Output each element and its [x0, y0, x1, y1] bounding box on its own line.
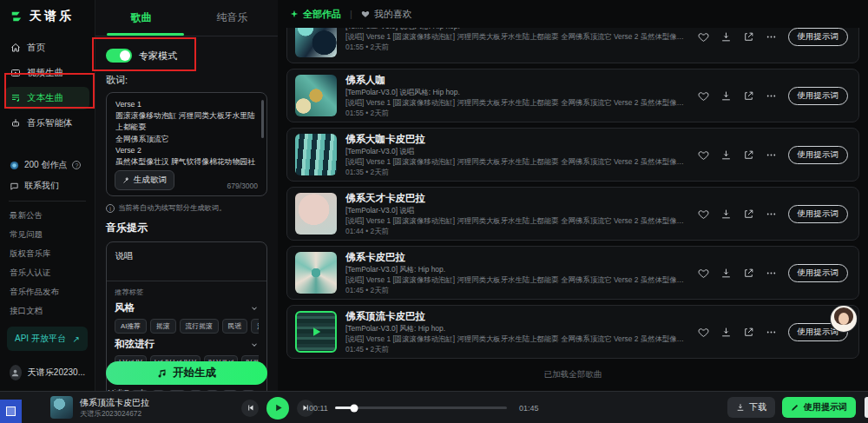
like-icon[interactable]: [698, 268, 709, 279]
like-icon[interactable]: [698, 327, 709, 338]
download-button[interactable]: 下载: [727, 397, 775, 418]
more-icon[interactable]: [766, 327, 777, 338]
share-icon[interactable]: [743, 90, 754, 102]
credits-label: 200 创作点: [24, 159, 67, 171]
contact-us[interactable]: 联系我们: [0, 175, 95, 196]
music-prompt-title: 音乐提示: [106, 221, 267, 235]
download-icon[interactable]: [720, 268, 732, 279]
song-thumbnail-playing[interactable]: [295, 311, 337, 353]
prompt-input[interactable]: 说唱: [107, 242, 266, 281]
like-icon[interactable]: [698, 208, 709, 220]
share-icon[interactable]: [743, 31, 754, 43]
now-playing[interactable]: 佛系顶流卡皮巴拉 天谱乐2023024672: [50, 396, 149, 419]
song-title: 佛系卡皮巴拉: [345, 251, 689, 264]
song-thumbnail[interactable]: [295, 193, 337, 235]
use-prompt-button[interactable]: 使用提示词: [788, 205, 849, 223]
more-icon[interactable]: [766, 208, 777, 220]
user-account[interactable]: 天谱乐20230...: [0, 357, 95, 386]
expert-mode-toggle[interactable]: [106, 49, 132, 63]
play-button[interactable]: [266, 397, 289, 420]
progress-knob[interactable]: [350, 404, 358, 412]
use-prompt-button[interactable]: 使用提示词: [788, 87, 849, 105]
now-playing-thumbnail[interactable]: [50, 396, 73, 419]
like-icon[interactable]: [698, 31, 709, 43]
style-section-header[interactable]: 风格: [115, 301, 259, 314]
song-thumbnail[interactable]: [295, 252, 337, 294]
song-card[interactable]: 佛系天才卡皮巴拉 [TemPolar-V3.0] 说唱 [说唱] Verse 1…: [286, 187, 859, 241]
song-actions: 使用提示词: [698, 87, 849, 105]
play-icon[interactable]: [297, 313, 335, 351]
api-platform-button[interactable]: API 开放平台 ↗: [7, 327, 88, 351]
style-tag[interactable]: 民谣: [222, 319, 248, 334]
song-card[interactable]: 佛系大咖卡皮巴拉 [TemPolar-V3.0] 说唱 [说唱] Verse 1…: [286, 128, 859, 182]
divider: [9, 201, 86, 202]
download-icon[interactable]: [720, 208, 732, 220]
share-icon[interactable]: [743, 327, 754, 338]
share-icon[interactable]: [743, 208, 754, 220]
song-actions: 使用提示词: [698, 28, 849, 46]
lyrics-textarea[interactable]: Verse 1 圆滚滚像移动泡缸 河狸同类大板牙水里陆上都能耍 全网佛系顶流它 …: [115, 99, 258, 169]
tab-all-works[interactable]: 全部作品: [290, 8, 341, 21]
download-icon[interactable]: [720, 31, 732, 43]
start-generate-button[interactable]: 开始生成: [106, 361, 267, 385]
use-prompt-button-player[interactable]: 使用提示词: [782, 397, 856, 418]
song-info: 佛系卡皮巴拉 [TemPolar-V3.0] 风格: Hip hop. [说唱]…: [345, 251, 689, 295]
previous-track-button[interactable]: [241, 400, 259, 417]
credits-row[interactable]: 200 创作点 ?: [0, 155, 95, 175]
link-api-docs[interactable]: 接口文档: [0, 301, 95, 321]
song-info: 佛系天才卡皮巴拉 [TemPolar-V3.0] 说唱 [说唱] Verse 1…: [345, 192, 689, 236]
tab-song[interactable]: 歌曲: [95, 0, 187, 36]
chevron-down-icon: [250, 340, 259, 349]
song-card[interactable]: [TemPolar-V3.0] 说唱风格: Hip hop. [说唱] Vers…: [286, 28, 859, 63]
link-faq[interactable]: 常见问题: [0, 225, 95, 244]
song-card[interactable]: 佛系卡皮巴拉 [TemPolar-V3.0] 风格: Hip hop. [说唱]…: [286, 246, 859, 300]
use-prompt-button[interactable]: 使用提示词: [788, 146, 849, 164]
song-model-tag: [TemPolar-V3.0] 说唱风格: Hip hop.: [345, 28, 689, 31]
style-tag[interactable]: 流行摇滚: [180, 319, 219, 334]
download-icon[interactable]: [720, 327, 732, 338]
use-prompt-button[interactable]: 使用提示词: [788, 28, 849, 46]
download-icon[interactable]: [720, 90, 732, 102]
link-copyright-library[interactable]: 版权音乐库: [0, 244, 95, 263]
song-actions: 使用提示词: [698, 264, 849, 282]
style-tag[interactable]: 摇滚: [150, 319, 176, 334]
use-prompt-button[interactable]: 使用提示词: [788, 264, 849, 282]
lyrics-scrollbar[interactable]: [261, 100, 264, 138]
song-card-playing[interactable]: 佛系顶流卡皮巴拉 [TemPolar-V3.0] 风格: Hip hop. [说…: [286, 305, 859, 359]
generate-lyrics-button[interactable]: 生成歌词: [115, 170, 174, 190]
song-thumbnail[interactable]: [295, 75, 337, 116]
more-icon[interactable]: [766, 31, 777, 43]
download-icon[interactable]: [720, 149, 732, 161]
expert-mode-label: 专家模式: [139, 50, 177, 63]
more-icon[interactable]: [766, 90, 777, 102]
more-icon[interactable]: [766, 149, 777, 161]
progress-bar[interactable]: [335, 406, 507, 409]
tab-instrumental[interactable]: 纯音乐: [187, 0, 278, 36]
sidebar-item-text-to-song[interactable]: 文本生曲: [5, 87, 89, 109]
sidebar-item-home[interactable]: 首页: [5, 36, 89, 59]
share-icon[interactable]: [743, 268, 754, 279]
song-thumbnail[interactable]: [295, 134, 337, 175]
style-tags: AI推荐 摇滚 流行摇滚 民谣 流行: [115, 319, 259, 334]
assistant-avatar[interactable]: [831, 306, 857, 332]
style-tag[interactable]: 流行: [251, 319, 259, 334]
share-icon[interactable]: [743, 149, 754, 161]
tab-my-likes[interactable]: 我的喜欢: [361, 8, 412, 21]
like-icon[interactable]: [698, 90, 709, 102]
lyrics-footer: 生成歌词 679/3000: [115, 170, 258, 190]
chord-section-header[interactable]: 和弦进行: [115, 338, 259, 351]
link-announcements[interactable]: 最新公告: [0, 206, 95, 225]
help-icon[interactable]: ?: [72, 161, 81, 169]
link-musician-verify[interactable]: 音乐人认证: [0, 263, 95, 282]
like-icon[interactable]: [698, 149, 709, 161]
style-tag[interactable]: AI推荐: [115, 319, 147, 334]
sidebar-item-music-agent[interactable]: 音乐智能体: [5, 112, 89, 135]
link-publish[interactable]: 音乐作品发布: [0, 282, 95, 301]
song-card[interactable]: 佛系人咖 [TemPolar-V3.0] 说唱风格: Hip hop. [说唱]…: [286, 69, 859, 122]
app-logo[interactable]: 天谱乐: [0, 0, 95, 36]
song-thumbnail[interactable]: [295, 28, 337, 57]
player-controls: [241, 392, 314, 423]
more-icon[interactable]: [766, 268, 777, 279]
external-link-icon: ↗: [73, 334, 80, 344]
sidebar-item-video-to-song[interactable]: 视频生曲: [5, 62, 89, 84]
